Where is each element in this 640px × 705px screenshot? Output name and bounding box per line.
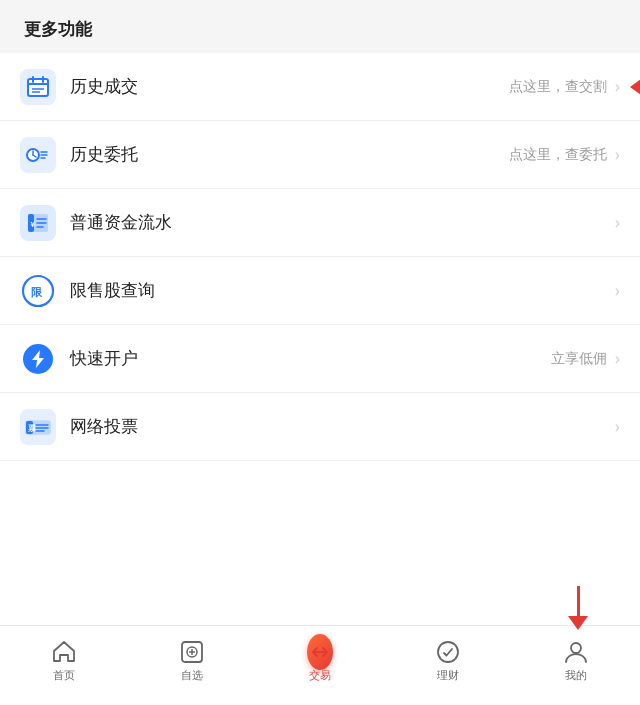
open-account-hint: 立享低佣 bbox=[551, 350, 607, 368]
svg-text:¥: ¥ bbox=[31, 220, 36, 229]
history-entrust-hint: 点这里，查委托 bbox=[509, 146, 607, 164]
nav-item-trade[interactable]: 交易 bbox=[256, 626, 384, 695]
open-account-label: 快速开户 bbox=[70, 347, 551, 370]
nav-label-finance: 理财 bbox=[437, 668, 459, 683]
lightning-icon bbox=[20, 341, 56, 377]
nav-label-trade: 交易 bbox=[309, 668, 331, 683]
nav-item-finance[interactable]: 理财 bbox=[384, 626, 512, 695]
svg-text:票: 票 bbox=[28, 424, 36, 433]
watchlist-icon bbox=[179, 639, 205, 665]
menu-item-fund-flow[interactable]: ¥ 普通资金流水 › bbox=[0, 189, 640, 257]
chevron-icon: › bbox=[615, 78, 620, 96]
ticket-icon: 票 bbox=[20, 409, 56, 445]
restricted-stock-label: 限售股查询 bbox=[70, 279, 607, 302]
trade-icon bbox=[307, 639, 333, 665]
nav-item-watchlist[interactable]: 自选 bbox=[128, 626, 256, 695]
clock-list-icon bbox=[20, 137, 56, 173]
nav-label-mine: 我的 bbox=[565, 668, 587, 683]
svg-point-35 bbox=[438, 642, 458, 662]
menu-list: 历史成交 点这里，查交割 › 历史委托 点 bbox=[0, 53, 640, 625]
history-trade-label: 历史成交 bbox=[70, 75, 509, 98]
page-container: 更多功能 历史成交 点这里，查交割 › bbox=[0, 0, 640, 705]
home-icon bbox=[51, 639, 77, 665]
menu-item-vote[interactable]: 票 网络投票 › bbox=[0, 393, 640, 461]
yuan-list-icon: ¥ bbox=[20, 205, 56, 241]
chevron-icon: › bbox=[615, 214, 620, 232]
svg-text:限: 限 bbox=[31, 286, 43, 298]
menu-item-restricted-stock[interactable]: 限 限售股查询 › bbox=[0, 257, 640, 325]
vote-label: 网络投票 bbox=[70, 415, 607, 438]
finance-icon bbox=[435, 639, 461, 665]
red-arrow-right-annotation bbox=[630, 77, 640, 97]
fund-flow-label: 普通资金流水 bbox=[70, 211, 607, 234]
history-trade-hint: 点这里，查交割 bbox=[509, 78, 607, 96]
nav-label-watchlist: 自选 bbox=[181, 668, 203, 683]
nav-label-home: 首页 bbox=[53, 668, 75, 683]
section-title: 更多功能 bbox=[0, 0, 640, 53]
svg-point-36 bbox=[571, 643, 581, 653]
menu-item-history-trade[interactable]: 历史成交 点这里，查交割 › bbox=[0, 53, 640, 121]
menu-item-history-entrust[interactable]: 历史委托 点这里，查委托 › bbox=[0, 121, 640, 189]
chevron-icon: › bbox=[615, 418, 620, 436]
nav-item-home[interactable]: 首页 bbox=[0, 626, 128, 695]
restricted-icon: 限 bbox=[20, 273, 56, 309]
chevron-icon: › bbox=[615, 350, 620, 368]
chevron-icon: › bbox=[615, 146, 620, 164]
bottom-nav: 首页 自选 交易 bbox=[0, 625, 640, 705]
nav-item-mine[interactable]: 我的 bbox=[512, 626, 640, 695]
section-title-text: 更多功能 bbox=[24, 20, 92, 39]
history-entrust-label: 历史委托 bbox=[70, 143, 509, 166]
mine-icon bbox=[563, 639, 589, 665]
menu-item-open-account[interactable]: 快速开户 立享低佣 › bbox=[0, 325, 640, 393]
svg-rect-1 bbox=[28, 79, 48, 96]
calendar-check-icon bbox=[20, 69, 56, 105]
chevron-icon: › bbox=[615, 282, 620, 300]
